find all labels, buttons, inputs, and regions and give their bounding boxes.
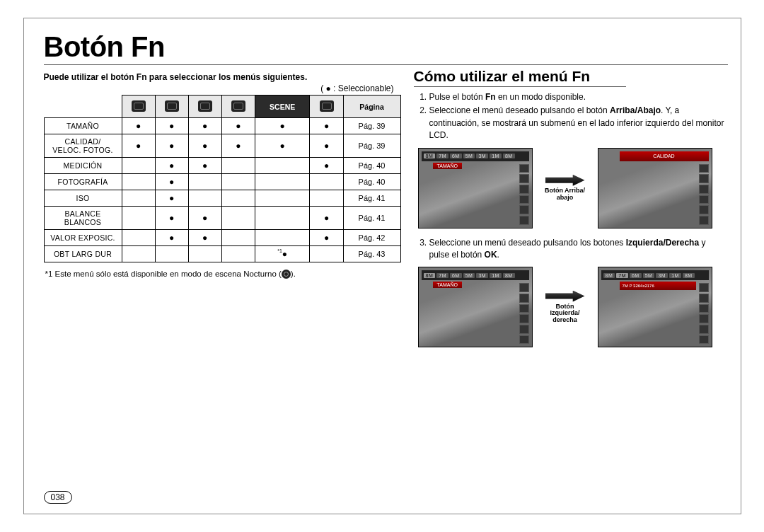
screens-row-2: 8M 7M 6M 5M 3M 1M 8M TAMAÑO Botón Izquie… [418,267,728,347]
col-page: Página [343,96,400,118]
fn-table: SCENE Página TAMAÑO●●●●●●Pág. 39 CALIDAD… [44,95,401,262]
night-mode-icon [282,270,291,279]
hand-icon [198,100,212,112]
table-row: BALANCE BLANCOS●●●Pág. 41 [44,207,400,230]
table-row: VALOR EXPOSIC.●●●Pág. 42 [44,230,400,246]
page-number: 038 [44,491,72,504]
table-row: CALIDAD/ VELOC. FOTOG.●●●●●●Pág. 39 [44,134,400,158]
table-row: TAMAÑO●●●●●●Pág. 39 [44,118,400,134]
col-mode-icon [122,96,155,118]
arrow-updown: Botón Arriba/ abajo [533,175,598,202]
col-mode-icon [188,96,221,118]
footnote: *1 Este menú sólo está disponible en mod… [45,270,401,279]
col-mode-icon [155,96,188,118]
col-mode-icon [310,96,343,118]
col-mode-icon [221,96,255,118]
lcd-screen: 8M CALIDAD [598,148,712,229]
table-row: OBT LARG DUR*1*1●●Pág. 43 [44,246,400,262]
camera-icon [165,100,179,112]
lcd-screen: 8M 7M 6M 5M 3M 1M 8M TAMAÑO [418,267,533,347]
table-corner [44,96,122,118]
table-row: MEDICIÓN●●●Pág. 40 [44,158,400,174]
arrow-leftright: Botón Izquierda/ derecha [533,291,598,325]
portrait-icon [231,100,245,112]
subhead: Cómo utilizar el menú Fn [414,68,626,87]
col-scene: SCENE [255,96,310,118]
video-icon [320,100,334,112]
arrow-icon [545,291,585,302]
lcd-screen: 8M 7M 6M 5M 3M 1M 8M 7M P 3264x2176 [598,267,712,347]
screens-row-1: 8M 7M 6M 5M 3M 1M 8M TAMAÑO Botón Arriba… [418,148,728,229]
step-1: Pulse el botón Fn en un modo disponible. [429,91,728,103]
table-row: FOTOGRAFÍA●Pág. 40 [44,174,400,190]
arrow-icon [545,175,585,186]
table-row: ISO●Pág. 41 [44,190,400,207]
calidad-label: CALIDAD [620,151,709,161]
page-title: Botón Fn [44,31,728,65]
tamano-label: TAMAÑO [433,282,462,288]
lcd-screen: 8M 7M 6M 5M 3M 1M 8M TAMAÑO [418,148,533,229]
selectable-hint: ( ● : Seleccionable) [44,83,394,93]
camera-icon [132,100,146,112]
tamano-label: TAMAÑO [433,163,462,169]
step-2: Seleccione el menú deseado pulsando el b… [429,105,728,141]
intro-text: Puede utilizar el botón Fn para seleccio… [44,72,401,82]
step-3: Seleccione un menú deseado pulsando los … [429,237,728,262]
resolution-label: 7M P 3264x2176 [620,282,696,290]
